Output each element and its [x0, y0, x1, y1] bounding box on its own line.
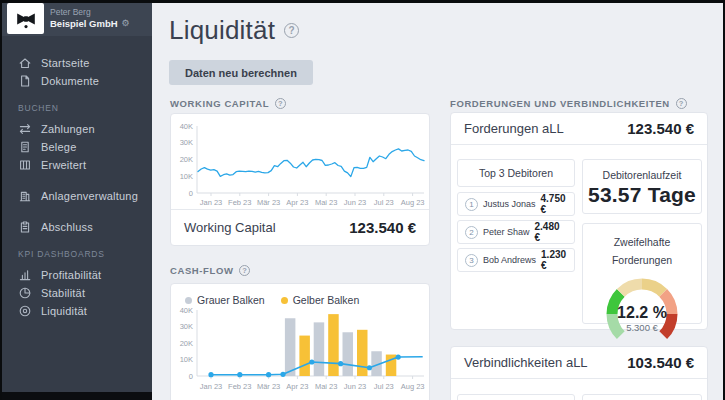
- svg-text:Aug 23: Aug 23: [401, 382, 425, 391]
- recalculate-button[interactable]: Daten neu berechnen: [169, 60, 313, 85]
- nav-section-buchen: BUCHEN: [2, 100, 152, 116]
- debtor-value: 2.480 €: [535, 221, 567, 243]
- svg-text:Jan 23: Jan 23: [200, 198, 223, 207]
- dso-box: Debitorenlaufzeit 53.57 Tage: [582, 159, 702, 214]
- cash-flow-chart: 010K20K30K40KJan 23Feb 23Mär 23Apr 23Mai…: [171, 306, 429, 400]
- legend-item-gelber-balken[interactable]: Gelber Balken: [281, 294, 360, 306]
- debtor-row-peter-shaw: 2Peter Shaw2.480 €: [457, 220, 575, 244]
- svg-text:Feb 23: Feb 23: [228, 382, 251, 391]
- cash-flow-help-icon[interactable]: ?: [239, 265, 250, 276]
- nav-section-kpi-dashboards: KPI DASHBOARDS: [2, 246, 152, 262]
- sidebar-nav: StartseiteDokumenteBUCHENZahlungenBelege…: [2, 54, 152, 320]
- svg-text:30K: 30K: [180, 138, 193, 147]
- sidebar-item-label: Startseite: [41, 57, 89, 69]
- liabilities-header-value: 103.540 €: [627, 354, 694, 371]
- svg-text:Aug 23: Aug 23: [401, 198, 425, 207]
- sidebar-header: Peter Berg Beispiel GmbH ⚙: [2, 3, 152, 36]
- svg-text:Jan 23: Jan 23: [200, 382, 223, 391]
- sidebar-item-stabilitat[interactable]: Stabilität: [2, 284, 152, 302]
- legend-dot-icon: [281, 297, 288, 304]
- debtor-value: 1.230 €: [541, 249, 567, 271]
- svg-text:Jun 23: Jun 23: [344, 198, 367, 207]
- svg-text:30K: 30K: [180, 322, 193, 331]
- debtor-name: Peter Shaw: [483, 227, 530, 237]
- sidebar-item-liquiditat[interactable]: Liquidität: [2, 302, 152, 320]
- svg-text:20K: 20K: [180, 155, 193, 164]
- clipboard-icon: [18, 220, 32, 234]
- debtor-row-bob-andrews: 3Bob Andrews1.230 €: [457, 248, 575, 272]
- sidebar-item-label: Belege: [41, 141, 76, 153]
- sidebar-item-label: Dokumente: [41, 75, 99, 87]
- liabilities-card: Verbindlichkeiten aLL 103.540 €: [450, 346, 708, 400]
- svg-text:0: 0: [189, 189, 193, 198]
- building-icon: [18, 189, 32, 203]
- legend-label: Gelber Balken: [293, 294, 360, 306]
- svg-text:10K: 10K: [180, 172, 193, 181]
- cash-flow-section-label: CASH-FLOW: [170, 265, 233, 276]
- liabilities-sub-box-left: [457, 394, 575, 400]
- main-content: Liquidität ? Daten neu berechnen WORKING…: [152, 3, 723, 400]
- receivables-help-icon[interactable]: ?: [676, 98, 687, 109]
- user-block: Peter Berg Beispiel GmbH ⚙: [50, 7, 130, 30]
- sidebar-item-label: Stabilität: [41, 287, 85, 299]
- svg-text:Mai 23: Mai 23: [315, 382, 338, 391]
- bowtie-logo: [11, 7, 41, 31]
- receivables-section-label: FORDERUNGEN UND VERBINDLICHKEITEN: [450, 98, 670, 109]
- svg-text:Mai 23: Mai 23: [315, 198, 338, 207]
- debtor-name: Justus Jonas: [483, 199, 536, 209]
- doubtful-receivables-gauge: 12.2 %5.300 €: [583, 268, 701, 350]
- svg-text:20K: 20K: [180, 339, 193, 348]
- sidebar-item-label: Liquidität: [41, 305, 87, 317]
- coin-icon: [18, 304, 32, 318]
- sidebar-item-startseite[interactable]: Startseite: [2, 54, 152, 72]
- working-capital-chart: 010K20K30K40KJan 23Feb 23Mär 23Apr 23Mai…: [171, 114, 429, 209]
- svg-text:Jul 23: Jul 23: [374, 382, 394, 391]
- logo-box[interactable]: [7, 3, 44, 34]
- doubtful-receivables-box: Zweifelhafte Forderungen 12.2 %5.300 €: [582, 223, 702, 324]
- sidebar-item-belege[interactable]: Belege: [2, 138, 152, 156]
- bar-chart-icon: [18, 268, 32, 282]
- sidebar-item-abschluss[interactable]: Abschluss: [2, 218, 152, 236]
- cash-flow-legend: Grauer BalkenGelber Balken: [171, 284, 429, 306]
- gear-icon[interactable]: ⚙: [122, 18, 130, 29]
- app-window: Peter Berg Beispiel GmbH ⚙ StartseiteDok…: [2, 3, 723, 400]
- legend-item-grauer-balken[interactable]: Grauer Balken: [185, 294, 265, 306]
- liabilities-header-label: Verbindlichkeiten aLL: [464, 355, 588, 370]
- svg-text:40K: 40K: [180, 306, 193, 315]
- working-capital-card: 010K20K30K40KJan 23Feb 23Mär 23Apr 23Mai…: [170, 113, 430, 246]
- svg-text:Mär 23: Mär 23: [257, 382, 280, 391]
- liabilities-sub-box-right: [582, 394, 702, 400]
- page-title-help-icon[interactable]: ?: [284, 23, 299, 38]
- sidebar-item-erweitert[interactable]: Erweitert: [2, 156, 152, 174]
- rank-badge: 3: [465, 254, 478, 267]
- top-debtors-title: Top 3 Debitoren: [479, 167, 553, 179]
- sidebar-item-label: Abschluss: [41, 221, 93, 233]
- sidebar-item-dokumente[interactable]: Dokumente: [2, 72, 152, 90]
- working-capital-help-icon[interactable]: ?: [275, 98, 286, 109]
- sidebar-item-zahlungen[interactable]: Zahlungen: [2, 120, 152, 138]
- svg-text:Jul 23: Jul 23: [374, 198, 394, 207]
- working-capital-footer-label: Working Capital: [184, 220, 276, 235]
- sidebar-item-label: Zahlungen: [41, 123, 95, 135]
- svg-text:40K: 40K: [180, 122, 193, 131]
- document-icon: [18, 74, 32, 88]
- dso-label: Debitorenlaufzeit: [583, 169, 701, 181]
- home-icon: [18, 56, 32, 70]
- cash-flow-card: Grauer BalkenGelber Balken 010K20K30K40K…: [170, 283, 430, 400]
- pie-chart-icon: [18, 286, 32, 300]
- sidebar: Peter Berg Beispiel GmbH ⚙ StartseiteDok…: [2, 3, 152, 400]
- svg-text:12.2 %: 12.2 %: [617, 304, 667, 321]
- sidebar-item-anlagenverwaltung[interactable]: Anlagenverwaltung: [2, 187, 152, 205]
- sidebar-item-label: Profitabilität: [41, 269, 101, 281]
- company-name: Beispiel GmbH: [50, 18, 118, 30]
- svg-text:Apr 23: Apr 23: [286, 198, 308, 207]
- columns-book-icon: [18, 158, 32, 172]
- transfer-arrows-icon: [18, 122, 32, 136]
- legend-label: Grauer Balken: [197, 294, 265, 306]
- doubtful-receivables-label: Zweifelhafte Forderungen: [612, 236, 672, 266]
- top-debtors-title-box: Top 3 Debitoren: [457, 159, 575, 187]
- svg-text:Jun 23: Jun 23: [344, 382, 367, 391]
- page-title: Liquidität: [169, 15, 275, 46]
- sidebar-item-label: Anlagenverwaltung: [41, 190, 138, 202]
- sidebar-item-profitabilitat[interactable]: Profitabilität: [2, 266, 152, 284]
